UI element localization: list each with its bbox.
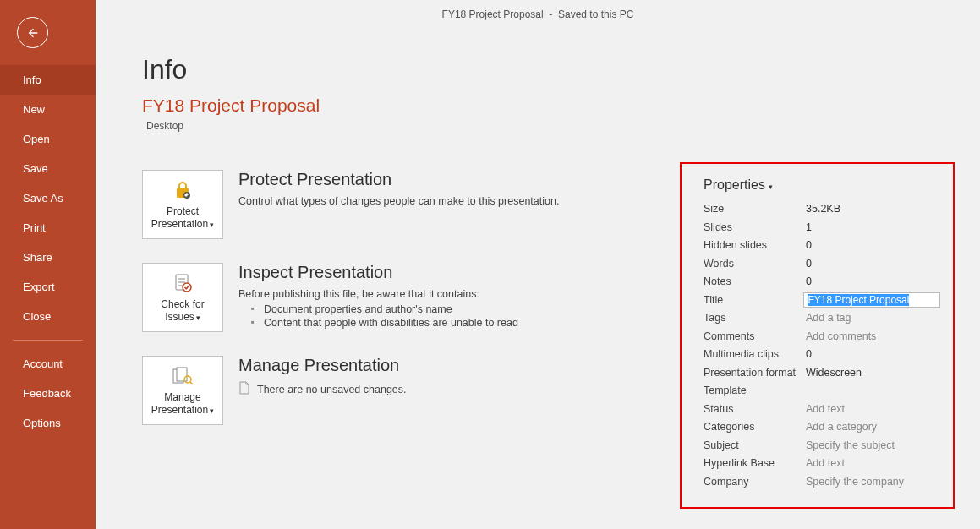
property-label: Status [704, 403, 806, 415]
nav-item-close[interactable]: Close [0, 302, 96, 331]
backstage-sidebar: InfoNewOpenSaveSave AsPrintShareExportCl… [0, 0, 96, 529]
protect-desc: Control what types of changes people can… [238, 195, 559, 207]
property-label: Notes [704, 275, 806, 287]
chevron-down-icon: ▾ [767, 183, 774, 191]
properties-dropdown[interactable]: Properties ▾ [704, 177, 940, 193]
property-label: Multimedia clips [704, 348, 806, 360]
title-input[interactable]: FY18 Project Proposal [803, 292, 940, 308]
main-content: FY18 Project Proposal - Saved to this PC… [96, 0, 980, 529]
inspect-bullets: Document properties and author's nameCon… [238, 303, 518, 329]
manage-desc: There are no unsaved changes. [257, 384, 407, 395]
property-row: StatusAdd text [704, 401, 940, 417]
documents-icon [172, 365, 194, 387]
property-label: Hidden slides [704, 239, 806, 251]
nav-item-feedback[interactable]: Feedback [0, 379, 96, 408]
property-value: 0 [806, 275, 812, 287]
property-value[interactable]: Add a category [806, 421, 877, 433]
property-row: CategoriesAdd a category [704, 419, 940, 434]
chevron-down-icon: ▾ [210, 406, 214, 415]
doc-title: FY18 Project Proposal [142, 95, 955, 116]
property-row: TitleFY18 Project Proposal [704, 292, 940, 308]
property-label: Tags [704, 312, 806, 324]
doc-location: Desktop [146, 120, 955, 132]
protect-heading: Protect Presentation [238, 170, 559, 189]
property-row: Slides1 [704, 220, 940, 235]
inspect-desc: Before publishing this file, be aware th… [238, 288, 518, 300]
property-row: Words0 [704, 256, 940, 271]
svg-rect-4 [177, 368, 187, 381]
property-row: CompanySpecify the company [704, 474, 940, 489]
property-value: 1 [806, 221, 812, 233]
property-row: Template [704, 383, 940, 398]
property-row: TagsAdd a tag [704, 310, 940, 325]
inspect-section: Check for Issues▾ Inspect Presentation B… [142, 263, 649, 332]
property-label: Title [704, 294, 803, 306]
svg-line-6 [190, 382, 193, 384]
property-row: Notes0 [704, 274, 940, 289]
property-row: Multimedia clips0 [704, 346, 940, 362]
nav-divider [13, 340, 83, 341]
protect-section: Protect Presentation▾ Protect Presentati… [142, 170, 649, 239]
property-row: Hyperlink BaseAdd text [704, 455, 940, 471]
property-label: Size [704, 203, 806, 215]
property-label: Template [704, 384, 806, 396]
lock-icon [172, 179, 193, 201]
nav-item-save-as[interactable]: Save As [0, 183, 96, 213]
list-item: Content that people with disabilities ar… [251, 317, 518, 329]
nav-item-print[interactable]: Print [0, 213, 96, 243]
window-titlebar: FY18 Project Proposal - Saved to this PC [96, 8, 980, 20]
back-button[interactable] [17, 17, 48, 48]
property-value: 0 [806, 258, 812, 270]
nav-item-account[interactable]: Account [0, 349, 96, 379]
property-label: Subject [704, 439, 806, 451]
manage-section: Manage Presentation▾ Manage Presentation… [142, 356, 649, 425]
chevron-down-icon: ▾ [196, 314, 200, 322]
property-row: Hidden slides0 [704, 237, 940, 253]
property-label: Hyperlink Base [704, 457, 806, 469]
nav-item-share[interactable]: Share [0, 243, 96, 272]
protect-presentation-tile[interactable]: Protect Presentation▾ [142, 170, 223, 239]
property-label: Words [704, 258, 806, 270]
property-value[interactable]: Specify the company [806, 476, 904, 488]
nav-item-export[interactable]: Export [0, 272, 96, 302]
checklist-icon [172, 272, 193, 294]
arrow-left-icon [26, 26, 40, 40]
manage-heading: Manage Presentation [238, 356, 407, 375]
chevron-down-icon: ▾ [210, 221, 214, 229]
property-label: Slides [704, 221, 806, 233]
nav-item-info[interactable]: Info [0, 65, 96, 95]
property-label: Presentation format [704, 367, 806, 379]
nav-item-save[interactable]: Save [0, 154, 96, 183]
document-icon [238, 381, 250, 397]
nav-item-new[interactable]: New [0, 95, 96, 124]
property-label: Company [704, 476, 806, 488]
titlebar-filename: FY18 Project Proposal [442, 8, 544, 20]
property-row: SubjectSpecify the subject [704, 438, 940, 453]
list-item: Document properties and author's name [251, 303, 518, 315]
property-row: Presentation formatWidescreen [704, 365, 940, 380]
property-value[interactable]: Add comments [806, 330, 876, 342]
manage-presentation-tile[interactable]: Manage Presentation▾ [142, 356, 223, 425]
property-row: Size35.2KB [704, 201, 940, 216]
inspect-heading: Inspect Presentation [238, 263, 518, 282]
page-title: Info [142, 54, 955, 85]
property-row: CommentsAdd comments [704, 329, 940, 344]
property-label: Comments [704, 330, 806, 342]
property-value[interactable]: Add text [806, 403, 845, 415]
property-value: Widescreen [806, 367, 862, 379]
properties-panel: Properties ▾ Size35.2KBSlides1Hidden sli… [680, 162, 955, 509]
property-value: 0 [806, 348, 812, 360]
property-value: 35.2KB [806, 203, 840, 215]
property-value[interactable]: Specify the subject [806, 439, 895, 451]
property-value[interactable]: Add a tag [806, 312, 851, 324]
nav-item-open[interactable]: Open [0, 124, 96, 154]
property-label: Categories [704, 421, 806, 433]
titlebar-status: Saved to this PC [558, 8, 633, 20]
property-value[interactable]: Add text [806, 457, 845, 469]
nav-item-options[interactable]: Options [0, 408, 96, 438]
property-value: 0 [806, 239, 812, 251]
check-for-issues-tile[interactable]: Check for Issues▾ [142, 263, 223, 332]
